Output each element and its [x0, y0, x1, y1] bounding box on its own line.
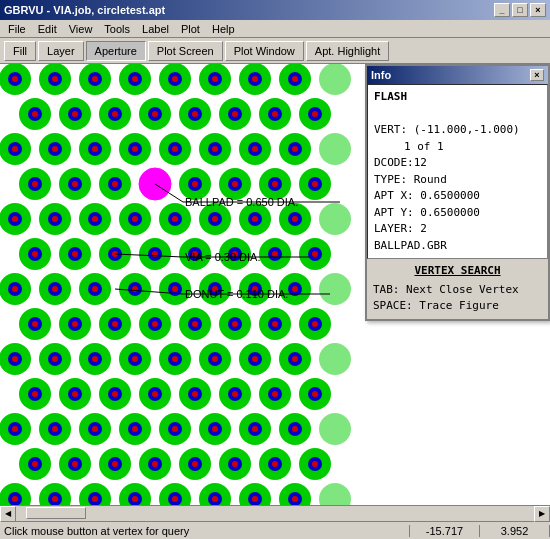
svg-point-255	[32, 391, 38, 397]
menu-item-tools[interactable]: Tools	[98, 22, 136, 36]
svg-point-305	[52, 496, 58, 502]
svg-point-273	[52, 426, 58, 432]
svg-point-77	[319, 343, 351, 375]
svg-point-135	[152, 111, 158, 117]
svg-point-259	[112, 391, 118, 397]
toolbar-btn-plot-window[interactable]: Plot Window	[225, 41, 304, 61]
menu-item-view[interactable]: View	[63, 22, 99, 36]
svg-point-159	[292, 146, 298, 152]
svg-point-151	[132, 146, 138, 152]
svg-point-165	[112, 181, 118, 187]
toolbar-btn-apt-highlight[interactable]: Apt. Highlight	[306, 41, 389, 61]
svg-point-249	[212, 356, 218, 362]
svg-point-169	[232, 181, 238, 187]
svg-point-9	[319, 64, 351, 95]
svg-point-175	[12, 216, 18, 222]
info-vert: VERT: (-11.000,-1.000)	[374, 122, 541, 139]
scroll-left-button[interactable]: ◀	[0, 506, 16, 522]
toolbar-btn-layer[interactable]: Layer	[38, 41, 84, 61]
svg-text:BALLPAD = 0.650 DIA.: BALLPAD = 0.650 DIA.	[185, 196, 298, 208]
minimize-button[interactable]: _	[494, 3, 510, 17]
svg-point-43	[319, 203, 351, 235]
close-button[interactable]: ×	[530, 3, 546, 17]
svg-point-121	[172, 76, 178, 82]
status-bar: Click mouse button at vertex for query -…	[0, 521, 550, 539]
toolbar: FillLayerAperturePlot ScreenPlot WindowA…	[0, 38, 550, 64]
svg-point-313	[212, 496, 218, 502]
svg-point-247	[172, 356, 178, 362]
maximize-button[interactable]: □	[512, 3, 528, 17]
svg-point-115	[52, 76, 58, 82]
toolbar-btn-plot-screen[interactable]: Plot Screen	[148, 41, 223, 61]
svg-point-279	[172, 426, 178, 432]
svg-point-277	[132, 426, 138, 432]
menu-item-file[interactable]: File	[2, 22, 32, 36]
svg-point-147	[52, 146, 58, 152]
svg-point-155	[212, 146, 218, 152]
svg-text:DONUT = 0.110 DIA.: DONUT = 0.110 DIA.	[185, 288, 288, 300]
toolbar-btn-fill[interactable]: Fill	[4, 41, 36, 61]
svg-point-157	[252, 146, 258, 152]
svg-point-153	[172, 146, 178, 152]
vertex-search-tab: TAB: Next Close Vertex	[373, 282, 542, 299]
window-title: GBRVU - VIA.job, circletest.apt	[4, 4, 165, 16]
horizontal-scrollbar[interactable]: ◀ ▶	[0, 505, 550, 521]
svg-point-193	[72, 251, 78, 257]
info-apty: APT Y: 0.6500000	[374, 205, 541, 222]
info-file: BALLPAD.GBR	[374, 238, 541, 255]
x-coordinate: -15.717	[410, 525, 480, 537]
scroll-track[interactable]	[16, 506, 534, 521]
svg-point-207	[12, 286, 18, 292]
svg-point-301	[312, 461, 318, 467]
scroll-thumb[interactable]	[26, 507, 86, 519]
svg-point-117	[92, 76, 98, 82]
svg-point-179	[92, 216, 98, 222]
svg-point-94	[319, 413, 351, 445]
svg-point-161	[32, 181, 38, 187]
menu-item-edit[interactable]: Edit	[32, 22, 63, 36]
svg-point-261	[152, 391, 158, 397]
vertex-search-title: VERTEX SEARCH	[373, 263, 542, 280]
info-close-button[interactable]: ×	[530, 69, 544, 81]
svg-point-271	[12, 426, 18, 432]
svg-point-229	[152, 321, 158, 327]
svg-point-177	[52, 216, 58, 222]
svg-point-60	[319, 273, 351, 305]
menu-item-help[interactable]: Help	[206, 22, 241, 36]
canvas-area[interactable]: BALLPAD = 0.650 DIA. VIA = 0.30 DIA. DON…	[0, 64, 550, 505]
svg-point-317	[292, 496, 298, 502]
menu-item-plot[interactable]: Plot	[175, 22, 206, 36]
svg-point-243	[92, 356, 98, 362]
svg-point-149	[92, 146, 98, 152]
svg-point-185	[212, 216, 218, 222]
title-bar: GBRVU - VIA.job, circletest.apt _ □ ×	[0, 0, 550, 20]
svg-point-297	[232, 461, 238, 467]
svg-point-183	[172, 216, 178, 222]
svg-point-187	[252, 216, 258, 222]
info-dcode: DCODE:12	[374, 155, 541, 172]
svg-point-26	[319, 133, 351, 165]
svg-point-267	[272, 391, 278, 397]
svg-point-221	[292, 286, 298, 292]
menu-bar: FileEditViewToolsLabelPlotHelp	[0, 20, 550, 38]
svg-point-141	[272, 111, 278, 117]
menu-item-label[interactable]: Label	[136, 22, 175, 36]
svg-point-191	[32, 251, 38, 257]
svg-point-131	[72, 111, 78, 117]
svg-point-245	[132, 356, 138, 362]
svg-point-291	[112, 461, 118, 467]
info-flash: FLASH	[374, 89, 541, 106]
svg-point-235	[272, 321, 278, 327]
svg-point-215	[172, 286, 178, 292]
toolbar-btn-aperture[interactable]: Aperture	[86, 41, 146, 61]
svg-point-143	[312, 111, 318, 117]
svg-point-281	[212, 426, 218, 432]
info-title: Info	[371, 69, 391, 81]
svg-point-223	[32, 321, 38, 327]
svg-point-289	[72, 461, 78, 467]
svg-point-129	[32, 111, 38, 117]
scroll-right-button[interactable]: ▶	[534, 506, 550, 522]
svg-point-209	[52, 286, 58, 292]
svg-point-303	[12, 496, 18, 502]
svg-point-307	[92, 496, 98, 502]
